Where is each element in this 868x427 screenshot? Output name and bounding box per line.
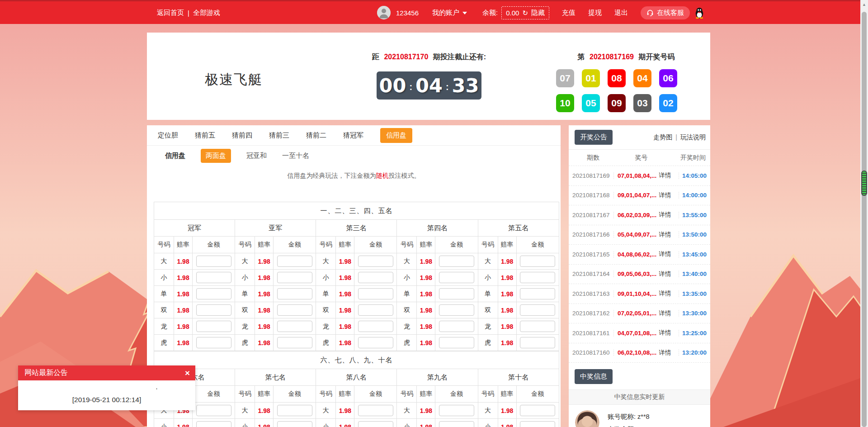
refresh-balance-icon[interactable]: ↻	[522, 9, 528, 16]
tab-caiqiansi[interactable]: 猜前四	[232, 131, 252, 140]
bet-option[interactable]: 双	[316, 302, 336, 318]
bet-amount-input[interactable]	[196, 337, 231, 348]
result-detail-link[interactable]: 详情	[659, 270, 671, 278]
account-menu[interactable]: 我的账户	[432, 9, 467, 17]
bet-option[interactable]: 虎	[478, 335, 498, 351]
bet-option[interactable]: 小	[478, 419, 498, 427]
result-detail-link[interactable]: 详情	[659, 329, 671, 337]
bet-option[interactable]: 大	[478, 253, 498, 270]
result-detail-link[interactable]: 详情	[659, 349, 671, 357]
bet-amount-input[interactable]	[520, 288, 555, 299]
bet-option[interactable]: 龙	[316, 318, 336, 335]
withdraw-link[interactable]: 提现	[588, 9, 602, 17]
bet-amount-input[interactable]	[277, 304, 312, 316]
bet-amount-input[interactable]	[358, 337, 393, 348]
bet-option[interactable]: 单	[235, 286, 255, 302]
bet-option[interactable]: 虎	[316, 335, 336, 351]
scrollbar-thumb[interactable]	[861, 171, 867, 196]
online-service-button[interactable]: 在线客服	[641, 6, 690, 19]
bet-option[interactable]: 虎	[397, 335, 417, 351]
bet-option[interactable]: 小	[397, 419, 417, 427]
bet-amount-input[interactable]	[277, 256, 312, 267]
bet-option[interactable]: 单	[316, 286, 336, 302]
scrollbar-track[interactable]	[862, 12, 867, 427]
bet-option[interactable]: 大	[397, 253, 417, 270]
bet-amount-input[interactable]	[358, 421, 393, 427]
tab-xinyongpan-active[interactable]: 信用盘	[380, 128, 412, 143]
result-detail-link[interactable]: 详情	[659, 289, 671, 298]
bet-option[interactable]: 双	[235, 302, 255, 318]
bet-amount-input[interactable]	[277, 405, 312, 416]
result-detail-link[interactable]: 详情	[659, 250, 671, 258]
bet-option[interactable]: 大	[235, 403, 255, 419]
bet-amount-input[interactable]	[520, 405, 555, 416]
tab-caiqiansan[interactable]: 猜前三	[269, 131, 289, 140]
bet-option[interactable]: 小	[316, 270, 336, 286]
bet-amount-input[interactable]	[358, 272, 393, 283]
bet-option[interactable]: 大	[316, 253, 336, 270]
bet-amount-input[interactable]	[439, 256, 474, 267]
page-scrollbar[interactable]: ▲	[860, 0, 868, 427]
tab-caiguanjun[interactable]: 猜冠军	[343, 131, 363, 140]
bet-option[interactable]: 双	[154, 302, 174, 318]
bet-amount-input[interactable]	[358, 304, 393, 316]
bet-option[interactable]: 单	[154, 286, 174, 302]
hide-balance-button[interactable]: 隐藏	[531, 9, 545, 17]
bet-amount-input[interactable]	[439, 288, 474, 299]
bet-option[interactable]: 龙	[154, 318, 174, 335]
bet-amount-input[interactable]	[439, 321, 474, 332]
result-detail-link[interactable]: 详情	[659, 231, 671, 239]
bet-amount-input[interactable]	[277, 321, 312, 332]
subtab-liangmianpan-active[interactable]: 两面盘	[201, 149, 231, 163]
tab-caiqianwu[interactable]: 猜前五	[195, 131, 215, 140]
bet-amount-input[interactable]	[277, 421, 312, 427]
rules-link[interactable]: 玩法说明	[680, 133, 706, 142]
result-detail-link[interactable]: 详情	[659, 171, 671, 180]
bet-amount-input[interactable]	[520, 321, 555, 332]
bet-option[interactable]: 小	[478, 270, 498, 286]
bet-option[interactable]: 单	[478, 286, 498, 302]
bet-amount-input[interactable]	[196, 405, 231, 416]
win-info-tab[interactable]: 中奖信息	[575, 369, 613, 384]
logout-link[interactable]: 退出	[614, 9, 628, 17]
bet-option[interactable]: 虎	[154, 335, 174, 351]
bet-amount-input[interactable]	[520, 337, 555, 348]
bet-option[interactable]: 小	[154, 419, 174, 427]
bet-amount-input[interactable]	[439, 405, 474, 416]
bet-option[interactable]: 大	[316, 403, 336, 419]
bet-option[interactable]: 虎	[235, 335, 255, 351]
bet-amount-input[interactable]	[358, 256, 393, 267]
bet-option[interactable]: 大	[478, 403, 498, 419]
tab-caiqianer[interactable]: 猜前二	[306, 131, 326, 140]
bet-amount-input[interactable]	[439, 337, 474, 348]
bet-amount-input[interactable]	[196, 421, 231, 427]
bet-option[interactable]: 大	[154, 253, 174, 270]
user-avatar[interactable]	[377, 6, 391, 19]
bet-amount-input[interactable]	[520, 304, 555, 316]
close-icon[interactable]: ×	[185, 369, 190, 377]
bet-option[interactable]: 双	[397, 302, 417, 318]
all-games-link[interactable]: 全部游戏	[193, 9, 220, 17]
bet-option[interactable]: 小	[235, 419, 255, 427]
bet-amount-input[interactable]	[358, 405, 393, 416]
recharge-link[interactable]: 充值	[562, 9, 576, 17]
bet-amount-input[interactable]	[358, 321, 393, 332]
bet-option[interactable]: 大	[397, 403, 417, 419]
bet-amount-input[interactable]	[439, 304, 474, 316]
bet-option[interactable]: 小	[154, 270, 174, 286]
bet-option[interactable]: 龙	[397, 318, 417, 335]
result-detail-link[interactable]: 详情	[659, 309, 671, 318]
bet-option[interactable]: 小	[316, 419, 336, 427]
bet-amount-input[interactable]	[277, 337, 312, 348]
tab-dingweidan[interactable]: 定位胆	[158, 131, 178, 140]
home-link[interactable]: 返回首页	[157, 9, 184, 17]
bet-option[interactable]: 单	[397, 286, 417, 302]
bet-amount-input[interactable]	[196, 304, 231, 316]
bet-amount-input[interactable]	[196, 272, 231, 283]
bet-amount-input[interactable]	[358, 288, 393, 299]
bet-amount-input[interactable]	[196, 256, 231, 267]
bet-amount-input[interactable]	[439, 421, 474, 427]
bet-option[interactable]: 双	[478, 302, 498, 318]
bet-option[interactable]: 小	[235, 270, 255, 286]
bet-option[interactable]: 龙	[235, 318, 255, 335]
